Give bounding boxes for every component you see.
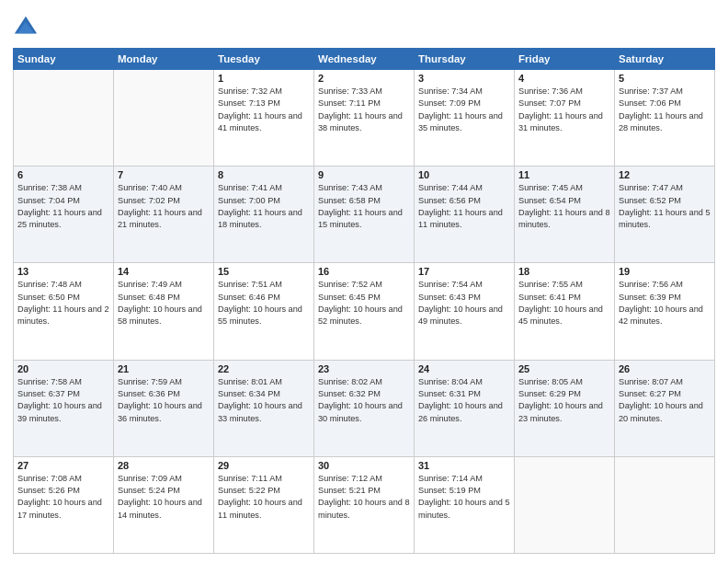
day-number: 19 — [619, 266, 711, 277]
day-detail: Sunrise: 7:51 AMSunset: 6:46 PMDaylight:… — [218, 279, 310, 327]
calendar-cell: 16Sunrise: 7:52 AMSunset: 6:45 PMDayligh… — [314, 263, 415, 360]
day-detail: Sunrise: 7:11 AMSunset: 5:22 PMDaylight:… — [218, 473, 310, 522]
calendar-cell: 13Sunrise: 7:48 AMSunset: 6:50 PMDayligh… — [14, 263, 114, 360]
day-detail: Sunrise: 7:56 AMSunset: 6:39 PMDaylight:… — [619, 279, 711, 327]
day-detail: Sunrise: 7:43 AMSunset: 6:58 PMDaylight:… — [318, 182, 410, 231]
calendar-cell: 12Sunrise: 7:47 AMSunset: 6:52 PMDayligh… — [615, 167, 715, 263]
calendar-week-row: 13Sunrise: 7:48 AMSunset: 6:50 PMDayligh… — [14, 263, 715, 360]
day-number: 21 — [118, 363, 210, 374]
day-number: 23 — [318, 363, 410, 374]
day-number: 28 — [118, 460, 210, 471]
day-detail: Sunrise: 7:44 AMSunset: 6:56 PMDaylight:… — [418, 182, 510, 231]
calendar-cell: 22Sunrise: 8:01 AMSunset: 6:34 PMDayligh… — [214, 360, 314, 456]
day-number: 4 — [518, 73, 610, 84]
calendar-cell: 17Sunrise: 7:54 AMSunset: 6:43 PMDayligh… — [415, 263, 515, 360]
day-detail: Sunrise: 7:38 AMSunset: 7:04 PMDaylight:… — [17, 182, 109, 231]
day-number: 18 — [518, 266, 610, 277]
calendar-cell: 15Sunrise: 7:51 AMSunset: 6:46 PMDayligh… — [214, 263, 314, 360]
calendar-cell: 29Sunrise: 7:11 AMSunset: 5:22 PMDayligh… — [214, 456, 314, 553]
day-detail: Sunrise: 7:54 AMSunset: 6:43 PMDaylight:… — [418, 279, 510, 327]
day-detail: Sunrise: 8:07 AMSunset: 6:27 PMDaylight:… — [619, 376, 711, 425]
calendar-cell: 4Sunrise: 7:36 AMSunset: 7:07 PMDaylight… — [515, 70, 615, 167]
calendar-cell: 25Sunrise: 8:05 AMSunset: 6:29 PMDayligh… — [515, 360, 615, 456]
day-number: 25 — [518, 363, 610, 374]
day-number: 9 — [318, 169, 410, 180]
day-detail: Sunrise: 7:59 AMSunset: 6:36 PMDaylight:… — [118, 376, 210, 425]
day-detail: Sunrise: 8:05 AMSunset: 6:29 PMDaylight:… — [518, 376, 610, 425]
calendar-table: SundayMondayTuesdayWednesdayThursdayFrid… — [13, 48, 715, 554]
day-number: 22 — [218, 363, 310, 374]
day-detail: Sunrise: 7:45 AMSunset: 6:54 PMDaylight:… — [518, 182, 610, 231]
day-number: 30 — [318, 460, 410, 471]
calendar-cell: 27Sunrise: 7:08 AMSunset: 5:26 PMDayligh… — [14, 456, 114, 553]
calendar-cell: 19Sunrise: 7:56 AMSunset: 6:39 PMDayligh… — [615, 263, 715, 360]
calendar-cell: 28Sunrise: 7:09 AMSunset: 5:24 PMDayligh… — [114, 456, 214, 553]
day-number: 26 — [619, 363, 711, 374]
day-detail: Sunrise: 7:12 AMSunset: 5:21 PMDaylight:… — [318, 473, 410, 522]
day-number: 24 — [418, 363, 510, 374]
day-number: 11 — [518, 169, 610, 180]
day-detail: Sunrise: 7:55 AMSunset: 6:41 PMDaylight:… — [518, 279, 610, 327]
calendar-cell: 11Sunrise: 7:45 AMSunset: 6:54 PMDayligh… — [515, 167, 615, 263]
calendar-cell: 2Sunrise: 7:33 AMSunset: 7:11 PMDaylight… — [314, 70, 415, 167]
calendar-cell: 1Sunrise: 7:32 AMSunset: 7:13 PMDaylight… — [214, 70, 314, 167]
day-number: 15 — [218, 266, 310, 277]
calendar-cell: 9Sunrise: 7:43 AMSunset: 6:58 PMDaylight… — [314, 167, 415, 263]
weekday-header: Wednesday — [314, 49, 415, 70]
day-number: 10 — [418, 169, 510, 180]
calendar-cell — [14, 70, 114, 167]
day-number: 29 — [218, 460, 310, 471]
calendar-cell: 10Sunrise: 7:44 AMSunset: 6:56 PMDayligh… — [415, 167, 515, 263]
calendar-cell: 26Sunrise: 8:07 AMSunset: 6:27 PMDayligh… — [615, 360, 715, 456]
calendar-cell: 7Sunrise: 7:40 AMSunset: 7:02 PMDaylight… — [114, 167, 214, 263]
calendar-cell: 6Sunrise: 7:38 AMSunset: 7:04 PMDaylight… — [14, 167, 114, 263]
logo-icon — [13, 15, 39, 40]
weekday-header: Friday — [515, 49, 615, 70]
calendar-cell: 5Sunrise: 7:37 AMSunset: 7:06 PMDaylight… — [615, 70, 715, 167]
calendar-cell: 30Sunrise: 7:12 AMSunset: 5:21 PMDayligh… — [314, 456, 415, 553]
day-detail: Sunrise: 7:52 AMSunset: 6:45 PMDaylight:… — [318, 279, 410, 327]
day-detail: Sunrise: 7:48 AMSunset: 6:50 PMDaylight:… — [17, 279, 109, 327]
day-number: 31 — [418, 460, 510, 471]
calendar-cell: 21Sunrise: 7:59 AMSunset: 6:36 PMDayligh… — [114, 360, 214, 456]
calendar-cell — [615, 456, 715, 553]
calendar-cell: 3Sunrise: 7:34 AMSunset: 7:09 PMDaylight… — [415, 70, 515, 167]
day-detail: Sunrise: 7:08 AMSunset: 5:26 PMDaylight:… — [17, 473, 109, 522]
day-number: 2 — [318, 73, 410, 84]
calendar-cell: 20Sunrise: 7:58 AMSunset: 6:37 PMDayligh… — [14, 360, 114, 456]
calendar-header-row: SundayMondayTuesdayWednesdayThursdayFrid… — [14, 49, 715, 70]
calendar-cell: 23Sunrise: 8:02 AMSunset: 6:32 PMDayligh… — [314, 360, 415, 456]
calendar-cell: 8Sunrise: 7:41 AMSunset: 7:00 PMDaylight… — [214, 167, 314, 263]
day-detail: Sunrise: 7:14 AMSunset: 5:19 PMDaylight:… — [418, 473, 510, 522]
weekday-header: Monday — [114, 49, 214, 70]
weekday-header: Saturday — [615, 49, 715, 70]
calendar-cell: 31Sunrise: 7:14 AMSunset: 5:19 PMDayligh… — [415, 456, 515, 553]
day-detail: Sunrise: 7:34 AMSunset: 7:09 PMDaylight:… — [418, 86, 510, 134]
day-number: 6 — [17, 169, 109, 180]
logo — [13, 13, 40, 40]
page: SundayMondayTuesdayWednesdayThursdayFrid… — [0, 0, 728, 563]
calendar-week-row: 6Sunrise: 7:38 AMSunset: 7:04 PMDaylight… — [14, 167, 715, 263]
day-number: 1 — [218, 73, 310, 84]
day-detail: Sunrise: 7:09 AMSunset: 5:24 PMDaylight:… — [118, 473, 210, 522]
weekday-header: Thursday — [415, 49, 515, 70]
day-number: 7 — [118, 169, 210, 180]
day-detail: Sunrise: 7:32 AMSunset: 7:13 PMDaylight:… — [218, 86, 310, 134]
day-detail: Sunrise: 7:36 AMSunset: 7:07 PMDaylight:… — [518, 86, 610, 134]
day-detail: Sunrise: 8:02 AMSunset: 6:32 PMDaylight:… — [318, 376, 410, 425]
header — [13, 9, 715, 40]
calendar-cell: 14Sunrise: 7:49 AMSunset: 6:48 PMDayligh… — [114, 263, 214, 360]
day-number: 17 — [418, 266, 510, 277]
calendar-week-row: 27Sunrise: 7:08 AMSunset: 5:26 PMDayligh… — [14, 456, 715, 553]
day-number: 16 — [318, 266, 410, 277]
day-detail: Sunrise: 7:49 AMSunset: 6:48 PMDaylight:… — [118, 279, 210, 327]
day-detail: Sunrise: 7:40 AMSunset: 7:02 PMDaylight:… — [118, 182, 210, 231]
day-detail: Sunrise: 7:37 AMSunset: 7:06 PMDaylight:… — [619, 86, 711, 134]
day-number: 12 — [619, 169, 711, 180]
day-number: 20 — [17, 363, 109, 374]
calendar-cell — [114, 70, 214, 167]
weekday-header: Tuesday — [214, 49, 314, 70]
day-number: 27 — [17, 460, 109, 471]
day-detail: Sunrise: 8:01 AMSunset: 6:34 PMDaylight:… — [218, 376, 310, 425]
calendar-week-row: 20Sunrise: 7:58 AMSunset: 6:37 PMDayligh… — [14, 360, 715, 456]
